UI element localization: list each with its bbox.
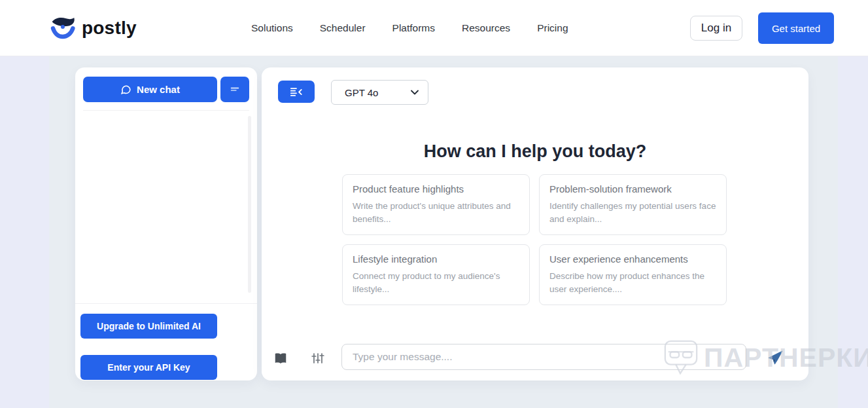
card-title: Product feature highlights [353,183,519,195]
book-icon [273,352,288,365]
nav-item-scheduler[interactable]: Scheduler [320,22,366,34]
model-selector[interactable]: GPT 4o [331,80,428,105]
suggestion-card-problem-solution[interactable]: Problem-solution framework Identify chal… [539,174,727,235]
card-title: Problem-solution framework [549,183,716,195]
chat-bubble-icon [120,84,131,95]
postly-logo-icon [49,14,76,43]
settings-sliders-button[interactable] [311,351,326,365]
list-lines-icon [230,85,240,94]
chat-sidebar: New chat Upgrade to Unlimited AI Enter y… [75,67,257,380]
message-input[interactable] [341,344,746,370]
sidebar-divider [83,110,249,111]
chat-history-button[interactable] [220,77,249,102]
card-title: User experience enhancements [549,253,716,265]
prompt-library-button[interactable] [273,351,288,365]
collapse-sidebar-button[interactable] [278,81,315,103]
brand-logo[interactable]: postly [49,0,137,56]
suggestion-card-ux[interactable]: User experience enhancements Describe ho… [539,244,727,305]
chevron-down-icon [411,90,419,95]
nav-item-solutions[interactable]: Solutions [251,22,293,34]
login-button[interactable]: Log in [690,16,742,41]
main-nav: Solutions Scheduler Platforms Resources … [251,0,568,56]
suggestion-card-lifestyle[interactable]: Lifestyle integration Connect my product… [342,244,530,305]
sliders-icon [311,352,326,365]
api-key-button[interactable]: Enter your API Key [80,355,217,380]
nav-item-resources[interactable]: Resources [462,22,510,34]
brand-name: postly [82,18,137,39]
sidebar-scrollbar[interactable] [248,116,251,293]
collapse-sidebar-icon [290,87,303,97]
suggestion-card-product-features[interactable]: Product feature highlights Write the pro… [342,174,530,235]
new-chat-label: New chat [137,84,180,95]
nav-item-pricing[interactable]: Pricing [537,22,568,34]
chat-panel: GPT 4o How can I help you today? Product… [262,67,808,380]
get-started-button[interactable]: Get started [758,12,834,44]
model-selected-value: GPT 4o [345,87,411,98]
card-description: Identify challenges my potential users f… [549,200,716,226]
paper-plane-icon [767,349,786,366]
card-description: Describe how my product enhances the use… [549,270,716,296]
send-message-button[interactable] [767,348,786,367]
card-title: Lifestyle integration [353,253,519,265]
sidebar-divider [75,303,257,304]
top-navbar: postly Solutions Scheduler Platforms Res… [0,0,868,56]
greeting-heading: How can I help you today? [262,141,808,162]
new-chat-button[interactable]: New chat [83,77,217,102]
nav-item-platforms[interactable]: Platforms [392,22,435,34]
upgrade-button[interactable]: Upgrade to Unlimited AI [80,314,217,339]
card-description: Connect my product to my audience's life… [353,270,519,296]
card-description: Write the product's unique attributes an… [353,200,519,226]
suggestion-cards: Product feature highlights Write the pro… [342,174,727,305]
